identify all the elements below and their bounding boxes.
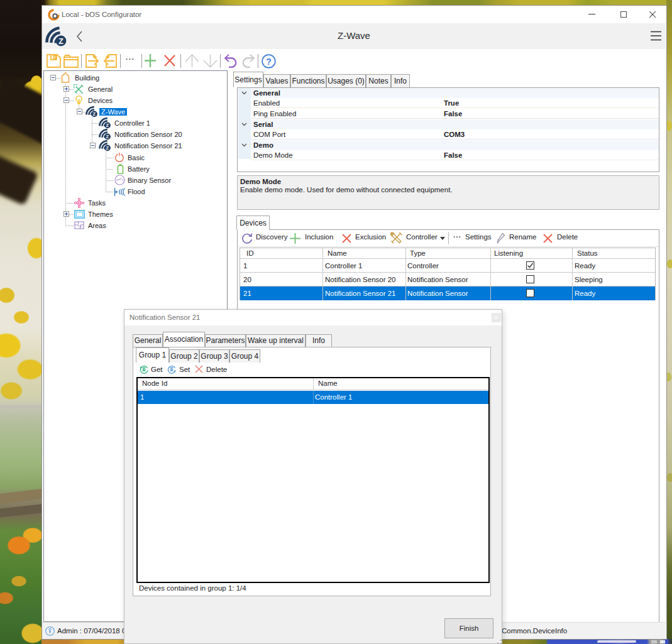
svg-text:Z: Z bbox=[93, 111, 96, 117]
svg-text:Z: Z bbox=[106, 134, 109, 139]
svg-text:Z: Z bbox=[106, 145, 109, 151]
svg-text:Z: Z bbox=[106, 123, 109, 128]
svg-text:?: ? bbox=[266, 57, 272, 67]
